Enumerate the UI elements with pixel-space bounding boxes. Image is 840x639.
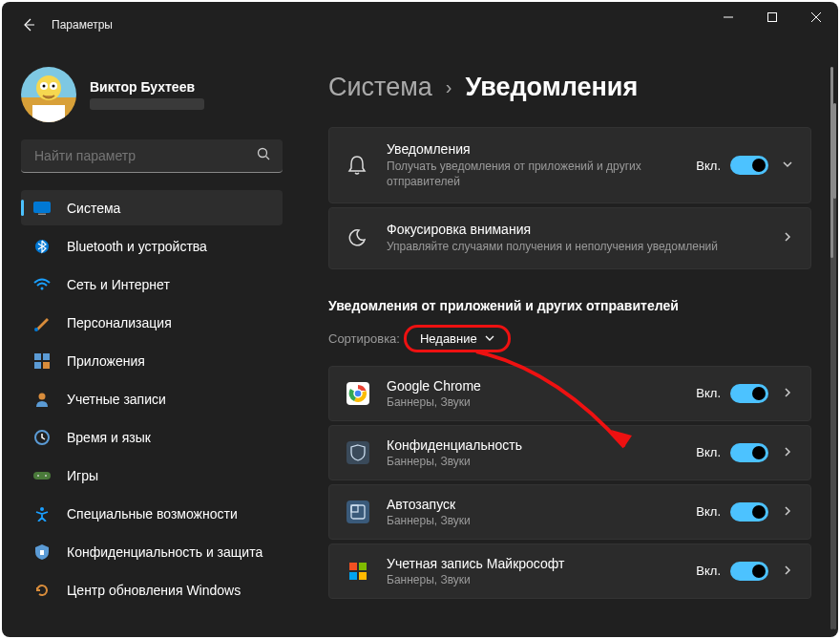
chevron-right-icon <box>782 503 793 521</box>
svg-rect-16 <box>43 362 50 369</box>
nav-label: Приложения <box>67 353 145 369</box>
app-row-chrome[interactable]: Google Chrome Баннеры, Звуки Вкл. <box>328 366 811 421</box>
minimize-button[interactable] <box>706 2 750 32</box>
card-sub: Управляйте случаями получения и неполуче… <box>387 239 782 254</box>
autoplay-icon <box>346 501 369 523</box>
arrow-left-icon <box>21 17 36 32</box>
svg-rect-30 <box>359 563 367 570</box>
search-input[interactable] <box>32 147 257 164</box>
app-row-privacy[interactable]: Конфиденциальность Баннеры, Звуки Вкл. <box>328 425 811 480</box>
nav-label: Учетные записи <box>67 392 166 407</box>
nav-item-time[interactable]: Время и язык <box>21 419 283 455</box>
svg-rect-19 <box>33 472 51 479</box>
app-title: Учетная запись Майкрософт <box>387 556 696 571</box>
svg-point-7 <box>259 148 267 157</box>
svg-rect-28 <box>351 505 358 512</box>
window-title: Параметры <box>52 18 113 32</box>
toggle-state: Вкл. <box>696 504 721 519</box>
nav-label: Персонализация <box>67 315 172 330</box>
svg-rect-13 <box>34 353 41 360</box>
breadcrumb-parent[interactable]: Система <box>328 73 432 102</box>
brush-icon <box>32 313 52 332</box>
nav-item-personalization[interactable]: Персонализация <box>21 305 283 340</box>
chevron-right-icon <box>782 229 793 246</box>
app-toggle[interactable] <box>730 443 768 462</box>
profile-block[interactable]: Виктор Бухтеев <box>21 48 283 139</box>
search-icon <box>257 147 271 165</box>
back-button[interactable] <box>10 6 48 44</box>
content-scrollbar[interactable] <box>830 67 833 629</box>
nav-item-privacy[interactable]: Конфиденциальность и защита <box>21 534 283 569</box>
nav-label: Специальные возможности <box>67 506 238 522</box>
sort-value: Недавние <box>420 331 477 346</box>
nav-label: Конфиденциальность и защита <box>67 544 262 560</box>
app-toggle[interactable] <box>730 562 768 581</box>
nav-item-network[interactable]: Сеть и Интернет <box>21 266 283 302</box>
svg-point-12 <box>34 328 38 331</box>
settings-window: Параметры Виктор Бухтеев <box>2 2 838 637</box>
nav-item-bluetooth[interactable]: Bluetooth и устройства <box>21 228 283 264</box>
card-sub: Получать уведомления от приложений и дру… <box>387 159 696 189</box>
svg-rect-6 <box>32 105 65 122</box>
person-icon <box>32 390 52 409</box>
sort-row: Сортировка: Недавние <box>328 325 811 352</box>
app-sub: Баннеры, Звуки <box>387 455 696 468</box>
svg-point-17 <box>39 393 46 399</box>
svg-point-22 <box>40 507 44 511</box>
search-box[interactable] <box>21 139 283 173</box>
sort-dropdown[interactable]: Недавние <box>404 325 511 352</box>
nav-item-gaming[interactable]: Игры <box>21 458 283 493</box>
chevron-right-icon <box>782 385 793 402</box>
app-title: Автозапуск <box>387 497 696 512</box>
svg-point-11 <box>41 287 44 289</box>
svg-rect-14 <box>43 353 50 360</box>
svg-rect-0 <box>768 13 777 22</box>
chevron-down-icon <box>485 333 494 343</box>
app-row-autoplay[interactable]: Автозапуск Баннеры, Звуки Вкл. <box>328 484 811 540</box>
app-toggle[interactable] <box>730 384 768 403</box>
titlebar: Параметры <box>2 2 838 48</box>
app-toggle[interactable] <box>730 502 768 522</box>
app-row-msaccount[interactable]: Учетная запись Майкрософт Баннеры, Звуки… <box>328 543 811 599</box>
app-title: Google Chrome <box>387 378 696 394</box>
section-title: Уведомления от приложений и других отпра… <box>328 298 811 313</box>
svg-point-21 <box>45 475 47 477</box>
svg-point-4 <box>43 85 46 88</box>
user-email-blurred <box>90 98 204 110</box>
svg-rect-31 <box>349 572 357 580</box>
svg-rect-23 <box>40 550 44 555</box>
nav-label: Время и язык <box>67 430 151 445</box>
app-sub: Баннеры, Звуки <box>387 514 696 527</box>
card-title: Уведомления <box>387 141 696 157</box>
toggle-state: Вкл. <box>696 386 721 400</box>
nav-item-accessibility[interactable]: Специальные возможности <box>21 496 283 531</box>
moon-icon <box>346 228 368 247</box>
chevron-right-icon <box>782 444 793 461</box>
microsoft-icon <box>346 560 369 583</box>
toggle-state: Вкл. <box>696 445 721 459</box>
nav-item-accounts[interactable]: Учетные записи <box>21 381 283 416</box>
notifications-card[interactable]: Уведомления Получать уведомления от прил… <box>328 127 811 203</box>
content-pane: Система › Уведомления Уведомления Получа… <box>294 48 838 637</box>
gaming-icon <box>32 466 52 485</box>
bluetooth-icon <box>32 237 52 256</box>
user-name: Виктор Бухтеев <box>90 79 204 95</box>
breadcrumb-current: Уведомления <box>465 73 638 102</box>
system-icon <box>32 199 52 218</box>
focus-assist-card[interactable]: Фокусировка внимания Управляйте случаями… <box>328 207 811 268</box>
update-icon <box>32 581 52 600</box>
nav-item-update[interactable]: Центр обновления Windows <box>21 572 283 607</box>
svg-rect-8 <box>34 202 51 212</box>
accessibility-icon <box>32 504 52 523</box>
notifications-toggle[interactable] <box>730 156 768 175</box>
toggle-state: Вкл. <box>696 564 721 578</box>
close-button[interactable] <box>794 2 838 32</box>
bell-icon <box>346 155 368 176</box>
nav-item-system[interactable]: Система <box>21 190 283 225</box>
chevron-down-icon <box>782 157 793 174</box>
apps-icon <box>32 351 52 371</box>
app-sub: Баннеры, Звуки <box>387 395 696 409</box>
svg-point-5 <box>52 85 55 88</box>
maximize-button[interactable] <box>750 2 794 32</box>
nav-item-apps[interactable]: Приложения <box>21 343 283 378</box>
